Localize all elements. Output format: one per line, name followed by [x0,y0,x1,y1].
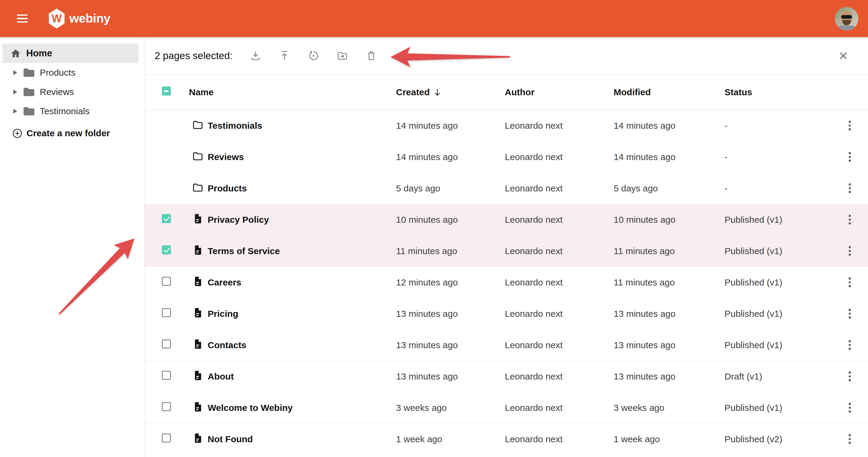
row-created: 14 minutes ago [396,121,505,131]
row-status: Published (v1) [724,340,832,350]
logo-letter: W [52,12,62,25]
row-menu-kebab-icon[interactable] [846,244,854,258]
select-all-checkbox[interactable] [162,87,171,96]
row-modified: 14 minutes ago [614,121,724,131]
column-header-author[interactable]: Author [505,87,614,97]
bulk-actions-toolbar: 2 pages selected: [144,37,868,74]
row-author: Leonardo next [505,246,614,256]
row-name[interactable]: Contacts [208,340,246,350]
column-header-status[interactable]: Status [724,87,832,97]
row-menu-kebab-icon[interactable] [846,150,854,164]
row-type-icon [192,150,203,164]
hamburger-menu-icon[interactable] [17,14,28,23]
row-checkbox[interactable] [162,277,171,286]
close-selection-button[interactable] [836,49,850,63]
row-created: 12 minutes ago [396,277,505,287]
table-row[interactable]: Not Found 1 week ago Leonardo next 1 wee… [144,424,868,455]
row-name[interactable]: Pricing [208,309,239,319]
caret-right-icon[interactable] [13,109,17,114]
row-checkbox[interactable] [162,339,171,348]
row-menu-kebab-icon[interactable] [846,338,854,353]
table-row[interactable]: Terms of Service 11 minutes ago Leonardo… [144,236,868,267]
table-row[interactable]: Contacts 13 minutes ago Leonardo next 13… [144,330,868,361]
row-name[interactable]: Privacy Policy [208,215,269,225]
row-name[interactable]: Welcome to Webiny [208,403,293,413]
table-row[interactable]: Welcome to Webiny 3 weeks ago Leonardo n… [144,392,868,424]
row-name[interactable]: Products [208,183,247,193]
row-status: Published (v2) [724,434,832,444]
avatar-beard [842,20,851,25]
row-created: 5 days ago [396,183,505,193]
row-menu-kebab-icon[interactable] [846,181,854,196]
column-header-modified[interactable]: Modified [614,87,724,97]
table-row[interactable]: Testimonials 14 minutes ago Leonardo nex… [144,110,868,142]
table-row[interactable]: Privacy Policy 10 minutes ago Leonardo n… [144,204,868,236]
row-status: - [724,121,832,131]
row-created: 11 minutes ago [396,246,505,256]
row-author: Leonardo next [505,434,614,444]
row-author: Leonardo next [505,152,614,162]
app-bar: W webiny [0,0,868,37]
row-name[interactable]: Careers [208,277,241,287]
sidebar-item-products[interactable]: Products [0,63,144,82]
table-row[interactable]: Pricing 13 minutes ago Leonardo next 13 … [144,298,868,330]
row-menu-kebab-icon[interactable] [846,212,854,227]
row-name[interactable]: Testimonials [208,121,262,131]
create-folder-button[interactable]: Create a new folder [0,124,144,143]
row-type-icon [192,370,203,383]
table-body: Testimonials 14 minutes ago Leonardo nex… [144,110,868,455]
row-type-icon [192,433,203,446]
sidebar-folder-label: Products [40,67,75,78]
table-row[interactable]: About 13 minutes ago Leonardo next 13 mi… [144,361,868,392]
webiny-logo-icon: W [49,9,64,29]
restore-button[interactable] [306,49,321,63]
bulk-actions [248,49,378,63]
table-row[interactable]: Reviews 14 minutes ago Leonardo next 14 … [144,142,868,173]
publish-button[interactable] [277,49,292,63]
row-menu-kebab-icon[interactable] [846,306,854,321]
row-checkbox[interactable] [162,308,171,317]
row-author: Leonardo next [505,183,614,193]
row-name[interactable]: About [208,371,234,382]
row-checkbox[interactable] [162,371,171,380]
row-checkbox[interactable] [162,433,171,443]
column-header-created[interactable]: Created [396,87,505,97]
sidebar-item-testimonials[interactable]: Testimonials [0,101,144,121]
row-modified: 14 minutes ago [614,152,724,162]
row-name[interactable]: Terms of Service [208,246,280,256]
row-checkbox[interactable] [162,245,171,254]
row-name[interactable]: Not Found [208,434,253,444]
move-to-folder-icon [336,50,348,62]
row-author: Leonardo next [505,309,614,319]
plus-circle-icon [12,128,23,139]
row-menu-kebab-icon[interactable] [846,369,854,384]
avatar-sunglasses [841,15,852,19]
row-menu-kebab-icon[interactable] [846,432,854,447]
row-modified: 11 minutes ago [614,246,724,256]
caret-right-icon[interactable] [13,70,17,75]
row-modified: 10 minutes ago [614,215,724,225]
folder-icon [23,106,35,117]
column-header-name[interactable]: Name [187,87,396,97]
row-status: Published (v1) [724,403,832,413]
row-name[interactable]: Reviews [208,152,244,162]
row-checkbox[interactable] [162,402,171,411]
row-menu-kebab-icon[interactable] [846,118,854,133]
row-menu-kebab-icon[interactable] [846,400,854,415]
user-avatar[interactable] [835,7,858,30]
row-status: Published (v1) [724,277,832,287]
sidebar-item-reviews[interactable]: Reviews [0,82,144,101]
row-checkbox[interactable] [162,214,171,223]
sidebar-item-home[interactable]: Home [2,44,138,63]
row-menu-kebab-icon[interactable] [846,275,854,290]
table-row[interactable]: Products 5 days ago Leonardo next 5 days… [144,173,868,204]
row-type-icon [192,213,203,226]
delete-button[interactable] [364,49,378,63]
main-content: 2 pages selected: [144,37,868,457]
brand-wordmark: webiny [69,11,110,26]
move-to-folder-button[interactable] [335,49,350,63]
table-row[interactable]: Careers 12 minutes ago Leonardo next 11 … [144,267,868,298]
caret-right-icon[interactable] [13,90,17,94]
sidebar-home-label: Home [26,48,52,59]
download-button[interactable] [248,49,263,63]
